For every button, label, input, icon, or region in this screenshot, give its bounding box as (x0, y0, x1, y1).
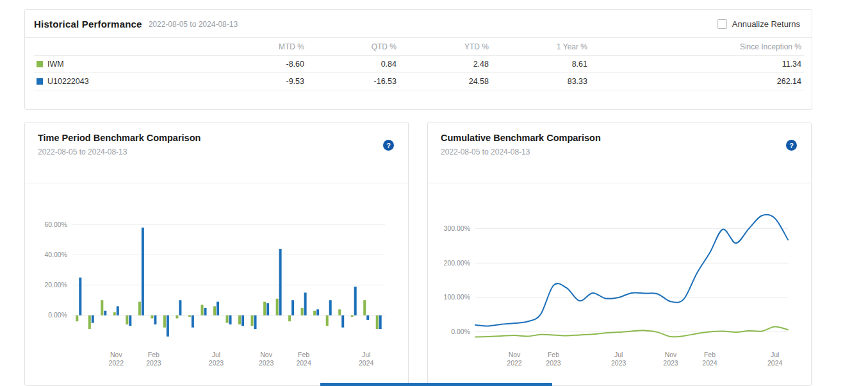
help-icon[interactable]: ? (786, 140, 797, 151)
svg-text:2024: 2024 (296, 359, 311, 367)
account-mtd-value: -9.53 (233, 73, 307, 90)
svg-text:2023: 2023 (546, 359, 561, 367)
iwm-qtd-value: 0.84 (307, 56, 399, 73)
svg-text:2024: 2024 (702, 359, 717, 367)
cumulative-chart-date-range: 2022-08-05 to 2024-08-13 (441, 147, 798, 156)
svg-text:Jul: Jul (362, 351, 370, 358)
account-qtd-value: -16.53 (307, 73, 399, 90)
svg-text:2024: 2024 (767, 359, 783, 367)
svg-text:2023: 2023 (611, 359, 626, 367)
row-label-u10222043: U10222043 (47, 77, 89, 86)
svg-text:Feb: Feb (704, 351, 716, 358)
account-legend-swatch (37, 78, 43, 85)
col-header-instrument (34, 38, 233, 56)
svg-text:2022: 2022 (507, 359, 522, 367)
svg-text:Feb: Feb (148, 351, 160, 358)
iwm-ytd-value: 2.48 (399, 56, 491, 73)
svg-text:60.00%: 60.00% (44, 221, 67, 228)
iwm-legend-swatch (37, 61, 43, 67)
svg-text:Nov: Nov (110, 351, 122, 358)
chart-header-divider (25, 183, 408, 183)
svg-text:Jul: Jul (212, 351, 220, 358)
svg-text:2022: 2022 (109, 359, 124, 367)
table-row-iwm: IWM -8.60 0.84 2.48 8.61 11.34 (34, 56, 804, 73)
historical-performance-header: Historical Performance 2022-08-05 to 202… (25, 10, 812, 38)
col-header-1year: 1 Year % (491, 38, 590, 56)
svg-text:0.00%: 0.00% (48, 311, 67, 319)
col-header-since-inception: Since Inception % (590, 38, 804, 56)
performance-table: MTD % QTD % YTD % 1 Year % Since Incepti… (34, 38, 804, 90)
row-label-iwm: IWM (47, 60, 64, 69)
question-mark-glyph: ? (789, 142, 794, 149)
svg-text:Jul: Jul (771, 351, 779, 358)
svg-text:2024: 2024 (359, 359, 374, 367)
iwm-mtd-value: -8.60 (233, 56, 307, 73)
row-label-cell: U10222043 (34, 73, 233, 90)
svg-text:Nov: Nov (509, 351, 521, 358)
question-mark-glyph: ? (386, 142, 391, 149)
svg-text:2023: 2023 (259, 359, 274, 367)
cumulative-benchmark-card: Cumulative Benchmark Comparison 2022-08-… (427, 122, 812, 386)
col-header-ytd: YTD % (399, 38, 491, 56)
cumulative-benchmark-line-chart[interactable]: 0.00%100.00%200.00%300.00%Nov2022Feb2023… (436, 189, 794, 375)
svg-text:Feb: Feb (298, 351, 309, 358)
svg-text:Nov: Nov (260, 351, 272, 358)
account-since-inception-value: 262.14 (590, 73, 804, 90)
svg-text:20.00%: 20.00% (44, 281, 67, 289)
time-period-chart-title: Time Period Benchmark Comparison (38, 133, 395, 143)
iwm-1year-value: 8.61 (491, 56, 590, 73)
historical-date-range: 2022-08-05 to 2024-08-13 (149, 20, 238, 29)
svg-text:Jul: Jul (614, 351, 623, 358)
time-period-benchmark-card: Time Period Benchmark Comparison 2022-08… (24, 122, 409, 386)
annualize-returns-label: Annualize Returns (732, 19, 800, 29)
svg-text:100.00%: 100.00% (444, 293, 470, 301)
annualize-returns-toggle[interactable]: Annualize Returns (717, 19, 800, 29)
account-ytd-value: 24.58 (399, 73, 491, 90)
row-label-cell: IWM (34, 56, 233, 73)
svg-text:40.00%: 40.00% (44, 251, 67, 258)
time-period-chart-date-range: 2022-08-05 to 2024-08-13 (38, 147, 395, 156)
svg-text:2023: 2023 (146, 359, 161, 367)
performance-table-header-row: MTD % QTD % YTD % 1 Year % Since Incepti… (34, 38, 804, 56)
svg-text:Feb: Feb (548, 351, 559, 358)
portfolio-analytics-page: Historical Performance 2022-08-05 to 202… (0, 0, 868, 386)
account-1year-value: 83.33 (491, 73, 590, 90)
bottom-blue-strip (320, 383, 552, 386)
svg-text:0.00%: 0.00% (451, 328, 470, 335)
iwm-since-inception-value: 11.34 (590, 56, 804, 73)
chart-header-divider (428, 183, 811, 183)
svg-text:200.00%: 200.00% (444, 259, 470, 267)
historical-performance-title: Historical Performance (34, 19, 142, 29)
help-icon[interactable]: ? (383, 140, 394, 151)
annualize-returns-checkbox[interactable] (717, 19, 727, 29)
historical-performance-card: Historical Performance 2022-08-05 to 202… (24, 9, 812, 110)
cumulative-chart-title: Cumulative Benchmark Comparison (441, 133, 798, 143)
svg-text:Nov: Nov (665, 351, 677, 358)
svg-text:2023: 2023 (663, 359, 678, 367)
svg-text:2023: 2023 (209, 359, 224, 367)
period-benchmark-bar-chart[interactable]: 0.00%20.00%40.00%60.00%Nov2022Feb2023Jul… (33, 189, 391, 375)
svg-text:300.00%: 300.00% (444, 224, 470, 232)
table-row-u10222043: U10222043 -9.53 -16.53 24.58 83.33 262.1… (34, 73, 804, 90)
col-header-qtd: QTD % (307, 38, 399, 56)
col-header-mtd: MTD % (233, 38, 307, 56)
